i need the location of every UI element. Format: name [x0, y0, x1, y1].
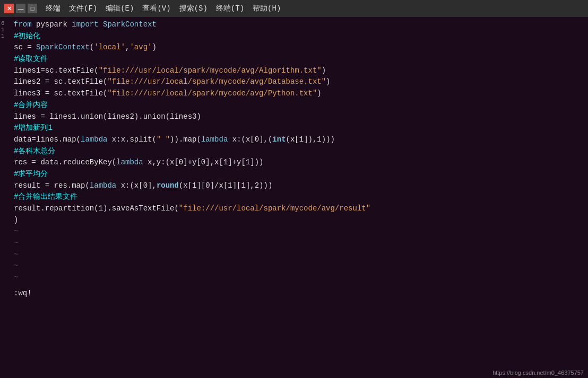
code-line-15: result = res.map(lambda x:(x[0],round(x[… — [14, 180, 584, 192]
code-line-11: data=lines.map(lambda x:x.split(" ")).ma… — [14, 134, 584, 146]
status-line: :wq! — [14, 288, 584, 300]
code-editor[interactable]: from pyspark import SparkContext #初始化 sc… — [10, 17, 588, 378]
menu-search[interactable]: 搜索(S) — [175, 4, 212, 13]
code-line-8: #合并内容 — [14, 100, 584, 111]
code-line-17: result.repartition(1).saveAsTextFile("fi… — [14, 203, 584, 215]
title-bar: ✕ — □ 终端 文件(F) 编辑(E) 查看(V) 搜索(S) 终端(T) 帮… — [0, 0, 588, 17]
code-line-7: lines3 = sc.textFile("file:///usr/local/… — [14, 88, 584, 100]
watermark: https://blog.csdn.net/m0_46375757 — [492, 370, 584, 376]
window-controls: ✕ — □ — [4, 4, 37, 13]
menu-edit[interactable]: 编辑(E) — [101, 4, 138, 13]
code-line-9: lines = lines1.union(lines2).union(lines… — [14, 111, 584, 123]
code-line-2: #初始化 — [14, 31, 584, 42]
menu-bar: 终端 文件(F) 编辑(E) 查看(V) 搜索(S) 终端(T) 帮助(H) — [41, 4, 285, 13]
code-line-18: ) — [14, 215, 584, 226]
code-line-4: #读取文件 — [14, 54, 584, 65]
code-line-tilde-2: ~ — [14, 238, 584, 249]
code-line-13: res = data.reduceByKey(lambda x,y:(x[0]+… — [14, 157, 584, 169]
menu-view[interactable]: 查看(V) — [138, 4, 175, 13]
code-line-3: sc = SparkContext('local','avg') — [14, 42, 584, 54]
editor-container: 6 1 1 from pyspark import SparkContext #… — [0, 17, 588, 378]
code-line-5: lines1=sc.textFile("file:///usr/local/sp… — [14, 65, 584, 77]
code-line-tilde-5: ~ — [14, 272, 584, 284]
code-line-6: lines2 = sc.textFile("file:///usr/local/… — [14, 76, 584, 88]
code-line-14: #求平均分 — [14, 169, 584, 180]
close-button[interactable]: ✕ — [4, 4, 14, 13]
maximize-button[interactable]: □ — [28, 4, 37, 13]
code-line-10: #增加新列1 — [14, 122, 584, 134]
right-indicator: 6 1 1 — [0, 17, 10, 378]
minimize-button[interactable]: — — [16, 4, 25, 13]
menu-terminal[interactable]: 终端 — [41, 4, 65, 13]
code-line-12: #各科木总分 — [14, 146, 584, 157]
menu-file[interactable]: 文件(F) — [65, 4, 101, 13]
code-line-tilde-3: ~ — [14, 249, 584, 261]
menu-terminal2[interactable]: 终端(T) — [212, 4, 248, 13]
code-line-tilde-4: ~ — [14, 260, 584, 272]
menu-help[interactable]: 帮助(H) — [248, 4, 285, 13]
code-line-16: #合并输出结果文件 — [14, 191, 584, 203]
code-line-tilde-1: ~ — [14, 226, 584, 238]
code-line-1: from pyspark import SparkContext — [14, 19, 584, 31]
